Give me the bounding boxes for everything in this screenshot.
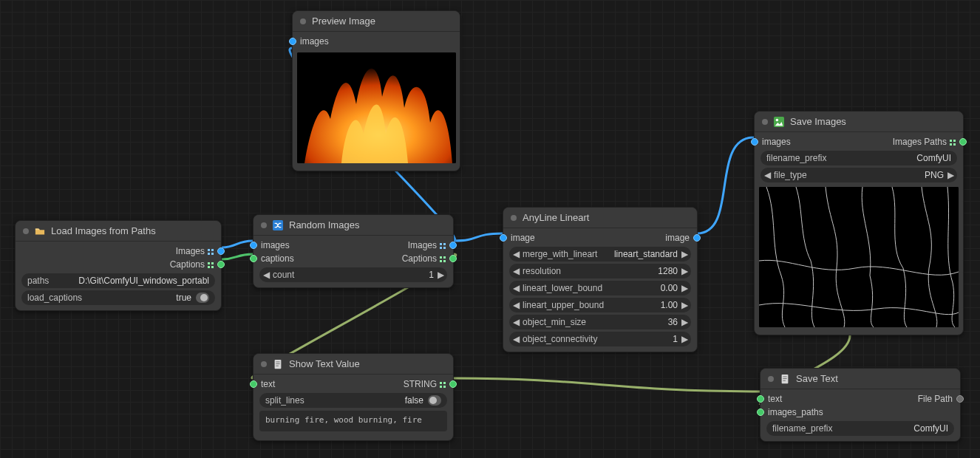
widget-label: split_lines: [265, 395, 304, 406]
svg-rect-8: [759, 187, 959, 327]
output-thumbnail: [759, 187, 959, 327]
chevron-left-icon[interactable]: ◀: [512, 334, 520, 344]
load-captions-toggle[interactable]: load_captions true: [21, 290, 215, 305]
node-show-text[interactable]: Show Text Value text STRING split_lines …: [253, 353, 454, 441]
collapse-dot-icon[interactable]: [261, 222, 267, 228]
chevron-right-icon[interactable]: ▶: [947, 170, 954, 180]
node-preview-image[interactable]: Preview Image images: [292, 10, 460, 171]
node-random-images[interactable]: Random Images images Images captions Cap…: [253, 214, 454, 288]
chevron-right-icon[interactable]: ▶: [681, 300, 688, 310]
port-in-text[interactable]: [757, 395, 764, 403]
node-title: Save Text: [796, 373, 838, 384]
port-in-captions[interactable]: [250, 255, 257, 262]
chevron-left-icon[interactable]: ◀: [262, 270, 270, 280]
chevron-right-icon[interactable]: ▶: [437, 270, 444, 280]
port-out-string[interactable]: [449, 380, 457, 388]
widget-label: lineart_upper_bound: [520, 300, 661, 310]
chevron-left-icon[interactable]: ◀: [512, 283, 520, 293]
widget-label: paths: [27, 276, 49, 286]
node-header[interactable]: Save Text: [760, 369, 960, 389]
node-header[interactable]: Preview Image: [293, 11, 460, 32]
node-anyline-lineart[interactable]: AnyLine Lineart image image ◀ merge_with…: [503, 207, 698, 352]
widget-value: ComfyUI: [913, 423, 948, 434]
chevron-left-icon[interactable]: ◀: [512, 266, 520, 276]
svg-rect-5: [276, 365, 279, 366]
file-type-select[interactable]: ◀ file_type PNG ▶: [760, 168, 957, 182]
port-in-text[interactable]: [250, 380, 257, 388]
input-label: images_paths: [768, 407, 823, 417]
filename-prefix-input[interactable]: filename_prefix ComfyUI: [760, 151, 957, 165]
chevron-right-icon[interactable]: ▶: [681, 334, 688, 344]
node-title: Show Text Value: [289, 358, 360, 369]
output-label: Captions: [170, 259, 205, 270]
port-out-image[interactable]: [693, 234, 701, 242]
chevron-left-icon[interactable]: ◀: [763, 170, 771, 180]
output-label: Images: [176, 246, 205, 256]
chevron-left-icon[interactable]: ◀: [512, 249, 520, 259]
min-size-input[interactable]: ◀ object_min_size 36 ▶: [509, 315, 691, 329]
filename-prefix-input[interactable]: filename_prefix ComfyUI: [766, 421, 954, 436]
node-header[interactable]: AnyLine Lineart: [503, 208, 697, 228]
node-header[interactable]: Save Images: [755, 112, 963, 132]
port-in-images[interactable]: [751, 138, 758, 146]
array-icon: [208, 249, 214, 255]
collapse-dot-icon[interactable]: [261, 361, 267, 367]
port-out-paths[interactable]: [959, 138, 967, 146]
output-label: image: [665, 233, 690, 243]
chevron-right-icon[interactable]: ▶: [681, 249, 688, 259]
folder-icon: [35, 226, 45, 236]
svg-point-7: [776, 118, 779, 121]
port-in-images-paths[interactable]: [757, 409, 764, 416]
widget-label: filename_prefix: [766, 153, 826, 163]
widget-label: object_min_size: [520, 317, 668, 327]
port-out-captions[interactable]: [449, 255, 457, 262]
node-header[interactable]: Show Text Value: [253, 354, 453, 375]
collapse-dot-icon[interactable]: [762, 119, 768, 125]
toggle-pill-icon: [196, 293, 209, 303]
widget-value: 1280: [658, 266, 681, 276]
chevron-right-icon[interactable]: ▶: [681, 283, 688, 293]
widget-value: ComfyUI: [916, 153, 951, 163]
output-label: Images: [408, 240, 437, 250]
image-icon: [774, 117, 784, 127]
svg-rect-10: [783, 376, 786, 377]
resolution-input[interactable]: ◀ resolution 1280 ▶: [509, 264, 691, 278]
node-header[interactable]: Random Images: [253, 215, 453, 236]
input-label: image: [511, 233, 535, 243]
port-in-images[interactable]: [289, 38, 296, 45]
upper-bound-input[interactable]: ◀ lineart_upper_bound 1.00 ▶: [509, 298, 691, 312]
output-label: File Path: [918, 394, 953, 404]
port-in-images[interactable]: [250, 242, 257, 249]
connectivity-input[interactable]: ◀ object_connectivity 1 ▶: [509, 332, 691, 346]
widget-value: 36: [668, 317, 681, 327]
split-lines-toggle[interactable]: split_lines false: [259, 393, 447, 408]
array-icon: [440, 382, 446, 388]
port-in-image[interactable]: [500, 234, 507, 242]
port-out-captions[interactable]: [217, 261, 225, 268]
lower-bound-input[interactable]: ◀ lineart_lower_bound 0.00 ▶: [509, 281, 691, 295]
chevron-right-icon[interactable]: ▶: [681, 266, 688, 276]
widget-value: 1.00: [661, 300, 681, 310]
chevron-left-icon[interactable]: ◀: [512, 317, 520, 327]
collapse-dot-icon[interactable]: [300, 18, 306, 24]
collapse-dot-icon[interactable]: [768, 376, 774, 382]
collapse-dot-icon[interactable]: [23, 228, 29, 234]
chevron-left-icon[interactable]: ◀: [512, 300, 520, 310]
node-save-text[interactable]: Save Text text File Path images_paths fi…: [760, 368, 961, 442]
collapse-dot-icon[interactable]: [511, 215, 517, 221]
node-load-images[interactable]: Load Images from Paths Images Captions p…: [15, 220, 222, 311]
node-header[interactable]: Load Images from Paths: [16, 221, 221, 242]
output-label: Captions: [402, 253, 437, 264]
input-label: captions: [261, 253, 294, 264]
merge-select[interactable]: ◀ merge_with_lineart lineart_standard ▶: [509, 247, 691, 262]
port-out-images[interactable]: [449, 242, 457, 249]
port-out-images[interactable]: [217, 247, 225, 255]
paths-input[interactable]: paths D:\Git\ComfyUI_windows_portabl: [21, 273, 215, 288]
input-label: images: [300, 36, 329, 47]
port-out-filepath[interactable]: [956, 395, 964, 403]
input-label: images: [261, 240, 290, 250]
input-label: text: [261, 379, 275, 389]
count-input[interactable]: ◀ count 1 ▶: [259, 267, 447, 282]
node-save-images[interactable]: Save Images images Images Paths filename…: [754, 111, 964, 335]
chevron-right-icon[interactable]: ▶: [681, 317, 688, 327]
